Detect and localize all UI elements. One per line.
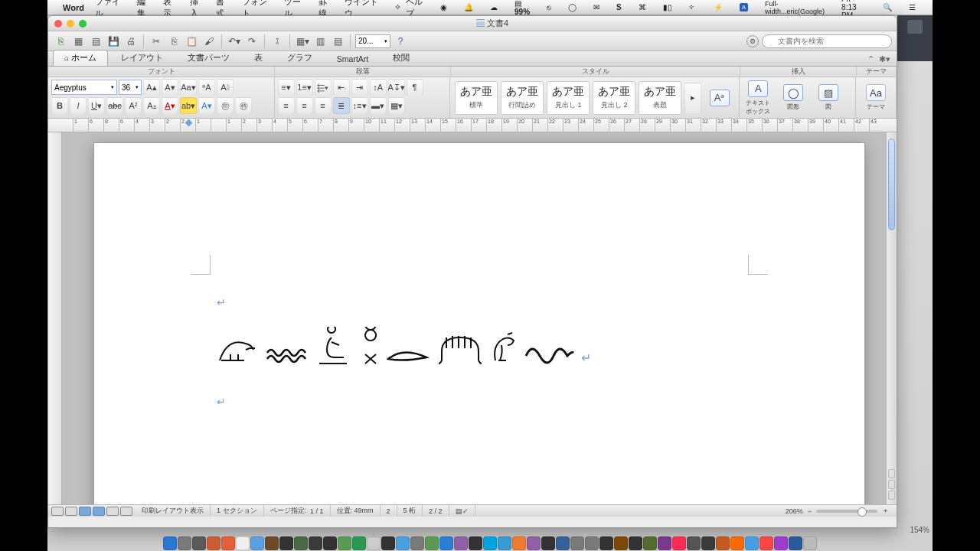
script-menu-icon[interactable]: ✧ [394, 2, 401, 12]
status-account[interactable]: Full-width...eric(Google) [765, 0, 825, 15]
show-marks-icon[interactable]: ¶ [407, 79, 423, 96]
format-painter-icon[interactable]: 🖌 [201, 34, 217, 49]
dock-app-28[interactable] [570, 536, 584, 550]
view-print-icon[interactable] [79, 507, 91, 516]
dock-app-40[interactable] [745, 536, 759, 550]
dock-app-2[interactable] [192, 536, 206, 550]
change-case-icon[interactable]: Aa▾ [180, 79, 197, 96]
shape-button[interactable]: ◯図形 [776, 80, 810, 116]
dock[interactable] [47, 536, 933, 551]
minimize-icon[interactable] [67, 20, 74, 28]
horizontal-ruler[interactable]: 1686432211234567891011121314151617181920… [48, 119, 897, 132]
columns-icon[interactable]: ▥ [312, 34, 328, 49]
status-record-icon[interactable]: ◉ [440, 3, 447, 11]
zoom-icon[interactable] [79, 20, 87, 28]
dock-app-25[interactable] [527, 536, 541, 550]
dock-app-38[interactable] [716, 536, 730, 550]
print-icon[interactable]: 🖨 [123, 34, 139, 49]
dock-app-6[interactable] [250, 536, 264, 550]
strikethrough-icon[interactable]: abc [106, 97, 123, 114]
scroll-thumb[interactable] [888, 139, 895, 230]
tab-layout[interactable]: レイアウト [109, 50, 175, 66]
dock-app-43[interactable] [789, 536, 802, 550]
borders-icon[interactable]: ▦▾ [388, 97, 405, 114]
status-bell-icon[interactable]: 🔔 [464, 3, 473, 11]
shading-icon[interactable]: ▬▾ [370, 97, 387, 114]
italic-icon[interactable]: I [70, 97, 87, 114]
dock-app-18[interactable] [425, 536, 439, 550]
dock-app-44[interactable] [803, 536, 817, 550]
view-fullscreen-icon[interactable] [120, 507, 132, 516]
increase-indent-icon[interactable]: ⇥ [351, 79, 368, 96]
highlight-icon[interactable]: ab▾ [180, 97, 197, 114]
dock-app-33[interactable] [643, 536, 657, 550]
multilevel-list-icon[interactable]: ⬱▾ [315, 79, 332, 96]
ruler-icon[interactable]: ▤ [330, 34, 345, 49]
status-bluetooth-icon[interactable]: ⌘ [639, 3, 646, 11]
view-publishing-icon[interactable] [93, 507, 105, 516]
status-mem-icon[interactable]: ▤ 99% [514, 0, 530, 16]
dock-app-17[interactable] [410, 536, 424, 550]
tab-review[interactable]: 校閲 [381, 50, 421, 66]
style-tile-4[interactable]: あア亜表題 [639, 81, 681, 115]
qat-zoom-select[interactable]: 20...▾ [355, 34, 390, 48]
dock-app-29[interactable] [585, 536, 599, 550]
tab-document-elements[interactable]: 文書パーツ [176, 50, 241, 66]
tab-tables[interactable]: 表 [243, 50, 274, 66]
dock-app-31[interactable] [614, 536, 628, 550]
spotlight-icon[interactable]: 🔍 [883, 3, 892, 11]
dock-app-21[interactable] [469, 536, 482, 550]
font-name-select[interactable]: Aegyptus▾ [51, 80, 117, 95]
open-icon[interactable]: ▦ [70, 34, 86, 49]
styles-more-icon[interactable]: ▸ [684, 83, 701, 113]
dock-app-32[interactable] [629, 536, 642, 550]
dock-app-3[interactable] [207, 536, 220, 550]
menubar-app[interactable]: Word [63, 3, 84, 12]
grow-font-icon[interactable]: A▴ [143, 79, 160, 96]
dock-app-24[interactable] [512, 536, 526, 550]
dock-app-15[interactable] [381, 536, 395, 550]
new-doc-icon[interactable]: ⎘ [53, 34, 68, 49]
table-icon[interactable]: ▦▾ [295, 34, 310, 49]
shrink-font-icon[interactable]: A▾ [162, 79, 178, 96]
status-battery-icon[interactable]: ▮▯ [663, 3, 672, 11]
open-template-icon[interactable]: ▤ [88, 34, 103, 49]
phonetic-guide-icon[interactable]: ᵃA [198, 79, 215, 96]
status-page-label[interactable]: ページ指定: 1 / 1 [264, 505, 331, 517]
next-page-icon[interactable] [888, 491, 895, 500]
cut-icon[interactable]: ✂ [149, 34, 164, 49]
status-charge-icon[interactable]: ⚡ [714, 3, 723, 11]
status-column[interactable]: 5 桁 [397, 505, 423, 517]
dock-app-0[interactable] [163, 536, 177, 550]
status-zoom[interactable]: 206% [786, 507, 803, 515]
numbering-icon[interactable]: 1≡▾ [296, 79, 313, 96]
status-util-icon[interactable]: ⎋ [547, 3, 551, 11]
subscript-icon[interactable]: A₂ [143, 97, 160, 114]
text-direction-icon[interactable]: ↕A [370, 79, 387, 96]
zoom-in-icon[interactable]: ＋ [882, 506, 889, 516]
dock-app-9[interactable] [294, 536, 308, 550]
paste-icon[interactable]: 📋 [184, 34, 199, 49]
vertical-scrollbar[interactable] [886, 132, 897, 504]
dock-app-30[interactable] [599, 536, 613, 550]
format-icon[interactable]: ⫱ [270, 34, 285, 49]
dock-app-8[interactable] [279, 536, 293, 550]
status-line[interactable]: 2 [381, 505, 397, 517]
object-browse-icon[interactable] [888, 480, 895, 489]
align-right-icon[interactable]: ≡ [315, 97, 332, 114]
style-tile-1[interactable]: あア亜行間詰め [501, 81, 544, 115]
dock-app-41[interactable] [760, 536, 773, 550]
dock-app-1[interactable] [178, 536, 191, 550]
copy-icon[interactable]: ⎘ [166, 34, 181, 49]
close-icon[interactable] [54, 20, 62, 28]
status-section[interactable]: 1 セクション [211, 505, 264, 517]
tab-charts[interactable]: グラフ [276, 50, 324, 66]
dock-app-23[interactable] [498, 536, 511, 550]
dock-app-34[interactable] [658, 536, 671, 550]
style-tile-2[interactable]: あア亜見出し 1 [547, 81, 590, 115]
line-spacing-icon[interactable]: ↕≡▾ [351, 97, 368, 114]
sort-icon[interactable]: A↧▾ [388, 79, 405, 96]
view-draft-icon[interactable] [51, 507, 64, 516]
view-outline-icon[interactable] [65, 507, 77, 516]
status-wordcount[interactable]: 2 / 2 [423, 505, 449, 517]
